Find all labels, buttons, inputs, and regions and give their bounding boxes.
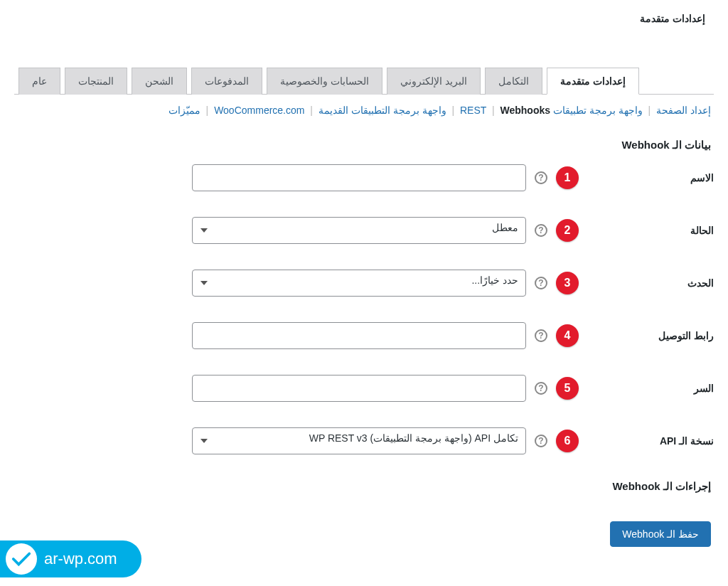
subnav-features[interactable]: مميّزات (168, 105, 200, 116)
subnav-webhooks[interactable]: Webhooks (500, 105, 550, 116)
subnav-wccom[interactable]: WooCommerce.com (214, 105, 304, 116)
tab-emails[interactable]: البريد الإلكتروني (387, 68, 481, 95)
help-icon[interactable]: ? (535, 435, 547, 447)
annotation-badge: 4 (556, 324, 579, 347)
api-version-select[interactable]: تكامل API (واجهة برمجة التطبيقات) WP RES… (192, 427, 526, 454)
form-row-secret: السر 5 ? (14, 375, 714, 402)
annotation-badge: 5 (556, 377, 579, 400)
divider: | (307, 105, 316, 116)
annotation-badge: 1 (556, 166, 579, 189)
tab-products[interactable]: المنتجات (65, 68, 127, 95)
tab-integration[interactable]: التكامل (485, 68, 542, 95)
settings-tabs: عام المنتجات الشحن المدفوعات الحسابات وا… (14, 67, 714, 95)
tab-payments[interactable]: المدفوعات (191, 68, 262, 95)
form-row-name: الاسم 1 ? (14, 164, 714, 191)
tab-general[interactable]: عام (18, 68, 60, 95)
subnav-page-setup[interactable]: إعداد الصفحة (656, 105, 711, 116)
logo-icon (6, 543, 37, 575)
help-icon[interactable]: ? (535, 224, 547, 237)
label-name: الاسم (579, 172, 714, 183)
form-row-api-version: نسخة الـ API 6 ? تكامل API (واجهة برمجة … (14, 427, 714, 454)
form-row-status: الحالة 2 ? معطل (14, 217, 714, 244)
name-input[interactable] (192, 164, 526, 191)
label-topic: الحدث (579, 277, 714, 289)
tab-accounts-privacy[interactable]: الحسابات والخصوصية (267, 68, 382, 95)
label-api-version: نسخة الـ API (579, 435, 714, 447)
tab-advanced[interactable]: إعدادات متقدمة (547, 68, 639, 95)
divider: | (449, 105, 457, 116)
divider: | (489, 105, 498, 116)
section-webhook-data-title: بيانات الـ Webhook (17, 139, 711, 151)
annotation-badge: 3 (556, 272, 579, 294)
divider: | (646, 105, 654, 116)
watermark-text: ar-wp.com (44, 550, 117, 568)
subnav-rest-api[interactable]: واجهة برمجة تطبيقات REST (460, 105, 643, 116)
topic-select[interactable]: حدد خيارًا... (192, 270, 526, 297)
help-icon[interactable]: ? (535, 171, 547, 184)
divider: | (203, 105, 212, 116)
annotation-badge: 6 (556, 430, 579, 452)
advanced-subnav: إعداد الصفحة | واجهة برمجة تطبيقات REST … (14, 95, 714, 122)
section-webhook-actions-title: إجراءات الـ Webhook (17, 480, 711, 493)
label-delivery-url: رابط التوصيل (579, 330, 714, 341)
label-status: الحالة (579, 225, 714, 236)
tab-shipping[interactable]: الشحن (132, 68, 187, 95)
status-select[interactable]: معطل (192, 217, 526, 244)
help-icon[interactable]: ? (535, 277, 547, 289)
save-webhook-button[interactable]: حفظ الـ Webhook (610, 521, 711, 547)
page-title: إعدادات متقدمة (0, 0, 728, 31)
form-row-topic: الحدث 3 ? حدد خيارًا... (14, 270, 714, 297)
annotation-badge: 2 (556, 219, 579, 242)
site-watermark: ar-wp.com (0, 540, 141, 577)
label-secret: السر (579, 383, 714, 394)
subnav-legacy-api[interactable]: واجهة برمجة التطبيقات القديمة (318, 105, 446, 116)
secret-input[interactable] (192, 375, 526, 402)
help-icon[interactable]: ? (535, 382, 547, 395)
help-icon[interactable]: ? (535, 329, 547, 342)
form-row-delivery-url: رابط التوصيل 4 ? (14, 322, 714, 349)
delivery-url-input[interactable] (192, 322, 526, 349)
